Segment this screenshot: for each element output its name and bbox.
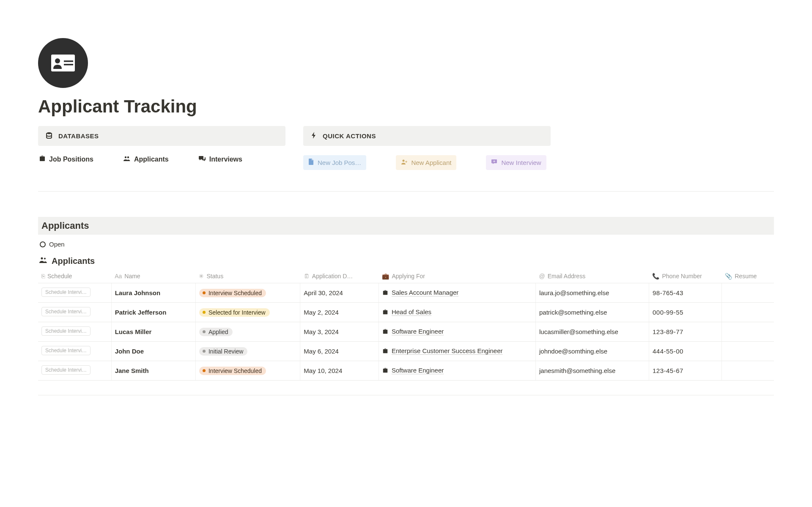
new-interview-button[interactable]: New Interview [486, 155, 546, 170]
cell-phone: 98-765-43 [649, 283, 721, 303]
cell-name: John Doe [111, 342, 195, 361]
briefcase-icon [382, 309, 388, 316]
table-row[interactable]: Schedule Intervi…Jane SmithInterview Sch… [38, 361, 774, 381]
status-badge: Interview Scheduled [199, 289, 266, 297]
view-tabs: Open [38, 235, 774, 252]
status-dot-icon [203, 369, 206, 372]
col-phone[interactable]: 📞Phone Number [649, 269, 721, 283]
calendar-icon: 🗓 [304, 273, 310, 280]
briefcase-icon [382, 329, 388, 336]
db-link-interviews[interactable]: Interviews [198, 155, 242, 164]
status-badge: Interview Scheduled [199, 367, 266, 375]
briefcase-icon: 💼 [382, 273, 389, 280]
cell-date: May 2, 2024 [300, 303, 379, 322]
briefcase-icon [39, 155, 46, 164]
cell-date: May 6, 2024 [300, 342, 379, 361]
cell-resume [721, 283, 774, 303]
new-applicant-button[interactable]: New Applicant [396, 155, 456, 170]
cell-resume [721, 303, 774, 322]
col-email[interactable]: @Email Address [535, 269, 649, 283]
schedule-interview-button[interactable]: Schedule Intervi… [41, 346, 91, 355]
svg-rect-2 [64, 60, 73, 62]
databases-label: DATABASES [58, 132, 99, 140]
db-link-label: Interviews [209, 156, 242, 163]
applicants-table: ⎘Schedule AaName ✳Status 🗓Application D…… [38, 269, 774, 381]
svg-point-9 [44, 258, 46, 260]
schedule-interview-button[interactable]: Schedule Intervi… [41, 365, 91, 375]
table-row[interactable]: Schedule Intervi…Laura JohnsonInterview … [38, 283, 774, 303]
applicants-header-title: Applicants [41, 220, 771, 231]
phone-icon: 📞 [652, 273, 659, 280]
applying-for-link[interactable]: Enterprise Customer Success Engineer [392, 347, 503, 354]
person-plus-icon [401, 159, 408, 167]
cell-email: janesmith@something.else [535, 361, 649, 381]
databases-header: DATABASES [38, 126, 285, 146]
cell-status: Selected for Interview [195, 303, 300, 322]
db-link-applicants[interactable]: Applicants [123, 155, 169, 164]
cell-status: Interview Scheduled [195, 283, 300, 303]
table-title: Applicants [38, 256, 774, 266]
cell-applying-for: Software Engineer [379, 361, 535, 381]
qa-label: New Job Pos… [318, 159, 361, 166]
col-status[interactable]: ✳Status [195, 269, 300, 283]
quick-actions-label: QUICK ACTIONS [323, 132, 376, 140]
cell-email: johndoe@somthing.else [535, 342, 649, 361]
schedule-interview-button[interactable]: Schedule Intervi… [41, 288, 91, 297]
cell-phone: 123-89-77 [649, 322, 721, 342]
chat-plus-icon [491, 159, 498, 167]
loading-icon: ✳ [199, 273, 204, 280]
people-icon [123, 155, 131, 164]
applying-for-link[interactable]: Head of Sales [392, 308, 431, 315]
applying-for-link[interactable]: Software Engineer [392, 367, 444, 374]
cell-name: Patrick Jefferson [111, 303, 195, 322]
cell-email: lucasmiller@something.else [535, 322, 649, 342]
database-icon [46, 132, 52, 140]
applying-for-link[interactable]: Software Engineer [392, 328, 444, 335]
quick-actions-header: QUICK ACTIONS [303, 126, 551, 146]
text-icon: Aa [115, 273, 122, 280]
button-icon: ⎘ [41, 273, 45, 280]
db-link-job-positions[interactable]: Job Positions [39, 155, 93, 164]
table-header-row: ⎘Schedule AaName ✳Status 🗓Application D…… [38, 269, 774, 283]
table-row[interactable]: Schedule Intervi…Lucas MillerAppliedMay … [38, 322, 774, 342]
status-dot-icon [203, 350, 206, 353]
col-schedule[interactable]: ⎘Schedule [38, 269, 111, 283]
briefcase-icon [382, 290, 388, 297]
new-job-position-button[interactable]: New Job Pos… [303, 155, 366, 170]
svg-point-8 [41, 258, 43, 260]
cell-status: Initial Review [195, 342, 300, 361]
col-resume[interactable]: 📎Resume [721, 269, 774, 283]
svg-point-7 [403, 160, 405, 162]
table-title-text: Applicants [52, 256, 95, 266]
schedule-interview-button[interactable]: Schedule Intervi… [41, 326, 91, 336]
chat-icon [198, 155, 206, 164]
status-badge: Applied [199, 328, 233, 336]
people-icon [39, 256, 47, 266]
col-application-date[interactable]: 🗓Application D… [300, 269, 379, 283]
status-dot-icon [203, 330, 206, 333]
cell-name: Jane Smith [111, 361, 195, 381]
cell-phone: 000-99-55 [649, 303, 721, 322]
cell-name: Laura Johnson [111, 283, 195, 303]
view-tab-open[interactable]: Open [40, 241, 65, 248]
table-row[interactable]: Schedule Intervi…John DoeInitial ReviewM… [38, 342, 774, 361]
cell-email: patrick@something.else [535, 303, 649, 322]
qa-label: New Applicant [411, 159, 451, 166]
cell-resume [721, 322, 774, 342]
status-dot-icon [203, 311, 206, 314]
col-applying-for[interactable]: 💼Applying For [379, 269, 535, 283]
schedule-interview-button[interactable]: Schedule Intervi… [41, 307, 91, 316]
page-title: Applicant Tracking [38, 96, 774, 117]
cell-phone: 123-45-67 [649, 361, 721, 381]
cell-name: Lucas Miller [111, 322, 195, 342]
table-row[interactable]: Schedule Intervi…Patrick JeffersonSelect… [38, 303, 774, 322]
col-name[interactable]: AaName [111, 269, 195, 283]
bolt-icon [311, 132, 317, 140]
status-open-icon [40, 241, 46, 247]
paperclip-icon: 📎 [725, 273, 732, 280]
applying-for-link[interactable]: Sales Account Manager [392, 289, 458, 296]
svg-rect-3 [64, 64, 73, 66]
at-icon: @ [539, 273, 545, 280]
cell-applying-for: Enterprise Customer Success Engineer [379, 342, 535, 361]
cell-applying-for: Head of Sales [379, 303, 535, 322]
